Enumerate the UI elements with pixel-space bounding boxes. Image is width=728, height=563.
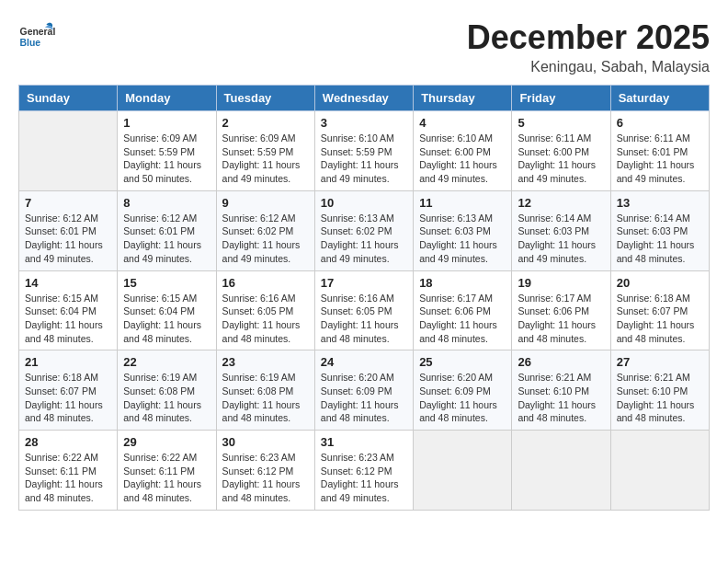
calendar-week-row: 1Sunrise: 6:09 AMSunset: 5:59 PMDaylight… [19,111,710,191]
logo: General Blue [18,18,55,55]
day-info: Sunrise: 6:21 AMSunset: 6:10 PMDaylight:… [518,371,604,425]
day-info: Sunrise: 6:12 AMSunset: 6:01 PMDaylight:… [25,212,111,266]
calendar-day-cell: 3Sunrise: 6:10 AMSunset: 5:59 PMDaylight… [314,111,413,191]
day-info: Sunrise: 6:17 AMSunset: 6:06 PMDaylight:… [518,292,604,346]
day-info: Sunrise: 6:18 AMSunset: 6:07 PMDaylight:… [617,292,703,346]
day-number: 7 [25,196,111,210]
day-info: Sunrise: 6:13 AMSunset: 6:02 PMDaylight:… [321,212,407,266]
calendar-day-cell: 23Sunrise: 6:19 AMSunset: 6:08 PMDayligh… [216,350,314,431]
day-number: 29 [123,435,210,449]
calendar-day-cell: 20Sunrise: 6:18 AMSunset: 6:07 PMDayligh… [610,270,709,350]
day-info: Sunrise: 6:10 AMSunset: 6:00 PMDaylight:… [419,132,506,186]
month-title: December 2025 [467,18,710,57]
day-number: 14 [25,276,111,290]
day-number: 9 [222,196,309,210]
calendar-day-cell [19,111,118,191]
day-number: 23 [222,355,309,369]
calendar-day-cell: 8Sunrise: 6:12 AMSunset: 6:01 PMDaylight… [118,190,216,270]
calendar-header-row: SundayMondayTuesdayWednesdayThursdayFrid… [19,86,710,111]
day-number: 11 [419,196,506,210]
calendar-day-cell: 7Sunrise: 6:12 AMSunset: 6:01 PMDaylight… [19,190,118,270]
day-of-week-header: Sunday [19,86,118,111]
day-number: 10 [321,196,407,210]
day-info: Sunrise: 6:23 AMSunset: 6:12 PMDaylight:… [321,451,407,505]
day-number: 18 [419,276,506,290]
day-of-week-header: Monday [118,86,216,111]
day-number: 6 [617,116,703,130]
day-number: 28 [25,435,111,449]
calendar-table: SundayMondayTuesdayWednesdayThursdayFrid… [18,85,710,511]
day-info: Sunrise: 6:14 AMSunset: 6:03 PMDaylight:… [617,212,703,266]
day-number: 31 [321,435,407,449]
day-info: Sunrise: 6:23 AMSunset: 6:12 PMDaylight:… [222,451,309,505]
day-info: Sunrise: 6:22 AMSunset: 6:11 PMDaylight:… [123,451,210,505]
day-number: 27 [617,355,703,369]
day-info: Sunrise: 6:09 AMSunset: 5:59 PMDaylight:… [123,132,210,186]
day-number: 12 [518,196,604,210]
day-info: Sunrise: 6:19 AMSunset: 6:08 PMDaylight:… [123,371,210,425]
day-info: Sunrise: 6:21 AMSunset: 6:10 PMDaylight:… [617,371,703,425]
calendar-day-cell: 29Sunrise: 6:22 AMSunset: 6:11 PMDayligh… [118,431,216,511]
calendar-day-cell: 24Sunrise: 6:20 AMSunset: 6:09 PMDayligh… [314,350,413,431]
calendar-day-cell [512,431,610,511]
day-info: Sunrise: 6:11 AMSunset: 6:01 PMDaylight:… [617,132,703,186]
calendar-day-cell: 9Sunrise: 6:12 AMSunset: 6:02 PMDaylight… [216,190,314,270]
day-of-week-header: Saturday [610,86,709,111]
calendar-day-cell: 25Sunrise: 6:20 AMSunset: 6:09 PMDayligh… [414,350,512,431]
calendar-week-row: 14Sunrise: 6:15 AMSunset: 6:04 PMDayligh… [19,270,710,350]
day-info: Sunrise: 6:11 AMSunset: 6:00 PMDaylight:… [518,132,604,186]
day-number: 2 [222,116,309,130]
calendar-day-cell: 22Sunrise: 6:19 AMSunset: 6:08 PMDayligh… [118,350,216,431]
calendar-day-cell: 21Sunrise: 6:18 AMSunset: 6:07 PMDayligh… [19,350,118,431]
day-number: 24 [321,355,407,369]
day-info: Sunrise: 6:16 AMSunset: 6:05 PMDaylight:… [222,292,309,346]
day-number: 15 [123,276,210,290]
day-info: Sunrise: 6:14 AMSunset: 6:03 PMDaylight:… [518,212,604,266]
calendar-day-cell: 26Sunrise: 6:21 AMSunset: 6:10 PMDayligh… [512,350,610,431]
day-number: 3 [321,116,407,130]
day-info: Sunrise: 6:09 AMSunset: 5:59 PMDaylight:… [222,132,309,186]
day-number: 26 [518,355,604,369]
day-number: 16 [222,276,309,290]
calendar-day-cell: 11Sunrise: 6:13 AMSunset: 6:03 PMDayligh… [414,190,512,270]
svg-text:Blue: Blue [20,38,41,48]
day-number: 20 [617,276,703,290]
calendar-day-cell: 16Sunrise: 6:16 AMSunset: 6:05 PMDayligh… [216,270,314,350]
calendar-day-cell: 10Sunrise: 6:13 AMSunset: 6:02 PMDayligh… [314,190,413,270]
day-info: Sunrise: 6:15 AMSunset: 6:04 PMDaylight:… [123,292,210,346]
calendar-day-cell: 5Sunrise: 6:11 AMSunset: 6:00 PMDaylight… [512,111,610,191]
day-number: 30 [222,435,309,449]
calendar-day-cell: 28Sunrise: 6:22 AMSunset: 6:11 PMDayligh… [19,431,118,511]
page-header: General Blue December 2025 Keningau, Sab… [18,18,710,75]
day-info: Sunrise: 6:16 AMSunset: 6:05 PMDaylight:… [321,292,407,346]
calendar-day-cell: 30Sunrise: 6:23 AMSunset: 6:12 PMDayligh… [216,431,314,511]
calendar-day-cell: 27Sunrise: 6:21 AMSunset: 6:10 PMDayligh… [610,350,709,431]
title-block: December 2025 Keningau, Sabah, Malaysia [467,18,710,75]
calendar-day-cell: 31Sunrise: 6:23 AMSunset: 6:12 PMDayligh… [314,431,413,511]
day-of-week-header: Wednesday [314,86,413,111]
day-info: Sunrise: 6:18 AMSunset: 6:07 PMDaylight:… [25,371,111,425]
calendar-week-row: 28Sunrise: 6:22 AMSunset: 6:11 PMDayligh… [19,431,710,511]
day-info: Sunrise: 6:20 AMSunset: 6:09 PMDaylight:… [321,371,407,425]
calendar-day-cell: 19Sunrise: 6:17 AMSunset: 6:06 PMDayligh… [512,270,610,350]
calendar-day-cell: 15Sunrise: 6:15 AMSunset: 6:04 PMDayligh… [118,270,216,350]
day-number: 8 [123,196,210,210]
day-number: 19 [518,276,604,290]
day-info: Sunrise: 6:17 AMSunset: 6:06 PMDaylight:… [419,292,506,346]
calendar-day-cell: 14Sunrise: 6:15 AMSunset: 6:04 PMDayligh… [19,270,118,350]
day-number: 21 [25,355,111,369]
calendar-week-row: 21Sunrise: 6:18 AMSunset: 6:07 PMDayligh… [19,350,710,431]
calendar-day-cell: 12Sunrise: 6:14 AMSunset: 6:03 PMDayligh… [512,190,610,270]
calendar-day-cell: 4Sunrise: 6:10 AMSunset: 6:00 PMDaylight… [414,111,512,191]
day-number: 17 [321,276,407,290]
day-number: 13 [617,196,703,210]
day-of-week-header: Thursday [414,86,512,111]
day-number: 5 [518,116,604,130]
calendar-day-cell [610,431,709,511]
calendar-day-cell: 1Sunrise: 6:09 AMSunset: 5:59 PMDaylight… [118,111,216,191]
day-info: Sunrise: 6:10 AMSunset: 5:59 PMDaylight:… [321,132,407,186]
day-of-week-header: Tuesday [216,86,314,111]
day-number: 4 [419,116,506,130]
calendar-day-cell: 13Sunrise: 6:14 AMSunset: 6:03 PMDayligh… [610,190,709,270]
day-number: 22 [123,355,210,369]
